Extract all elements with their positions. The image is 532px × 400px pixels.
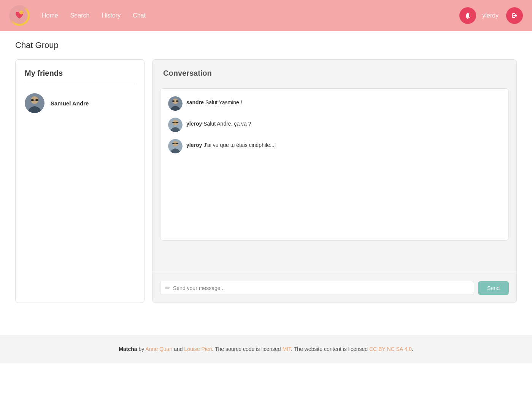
yleroy-avatar-img-1 bbox=[168, 118, 183, 132]
msg-content-3: J'ai vu que tu étais cinéphile...! bbox=[203, 142, 276, 148]
nav-home[interactable]: Home bbox=[42, 12, 58, 19]
msg-avatar-yleroy-2 bbox=[168, 139, 183, 153]
friends-divider bbox=[25, 84, 135, 84]
conv-messages-wrap: sandreSalut Yasmine ! bbox=[152, 84, 516, 270]
msg-sender-3: yleroy bbox=[186, 142, 202, 148]
navbar: Home Search History Chat yleroy bbox=[0, 0, 532, 31]
logout-icon bbox=[511, 12, 518, 19]
period: . bbox=[412, 346, 413, 352]
license-text: . The source code is licensed bbox=[212, 346, 283, 352]
author1-link[interactable]: Anne Quan bbox=[145, 346, 172, 352]
svg-point-1 bbox=[467, 18, 468, 19]
chat-layout: My friends Samuel And bbox=[15, 59, 517, 303]
msg-content-2: Salut Andre, ça va ? bbox=[203, 121, 251, 127]
friends-panel: My friends Samuel And bbox=[15, 59, 145, 303]
conversation-panel: Conversation bbox=[152, 59, 517, 303]
message-row: sandreSalut Yasmine ! bbox=[168, 96, 501, 111]
conv-title: Conversation bbox=[163, 69, 506, 78]
conv-header: Conversation bbox=[152, 60, 516, 84]
svg-point-0 bbox=[19, 11, 23, 14]
svg-rect-14 bbox=[172, 122, 175, 123]
nav-search[interactable]: Search bbox=[70, 12, 90, 19]
msg-avatar-yleroy-1 bbox=[168, 118, 183, 132]
brand-name: Matcha bbox=[119, 346, 137, 352]
msg-sender-1: sandre bbox=[186, 99, 204, 105]
friend-name-samuel: Samuel Andre bbox=[51, 100, 89, 107]
svg-rect-19 bbox=[172, 143, 175, 144]
svg-rect-4 bbox=[31, 99, 34, 101]
nav-links: Home Search History Chat bbox=[42, 12, 459, 19]
nav-chat[interactable]: Chat bbox=[133, 12, 146, 19]
send-button[interactable]: Send bbox=[478, 281, 509, 295]
footer-text: Matcha by Anne Quan and Louise Pieri. Th… bbox=[119, 346, 413, 352]
conv-messages: sandreSalut Yasmine ! bbox=[160, 88, 509, 241]
notification-button[interactable] bbox=[459, 7, 476, 24]
page-content: Chat Group My friends bbox=[0, 31, 532, 312]
content-text: . The website content is licensed bbox=[291, 346, 369, 352]
cc-link[interactable]: CC BY NC SA 4.0 bbox=[369, 346, 412, 352]
message-row: yleroySalut Andre, ça va ? bbox=[168, 118, 501, 132]
msg-text-3: yleroyJ'ai vu que tu étais cinéphile...! bbox=[186, 139, 276, 148]
sandre-avatar-img bbox=[168, 96, 183, 111]
svg-rect-20 bbox=[176, 143, 178, 144]
yleroy-avatar-img-2 bbox=[168, 139, 183, 153]
footer: Matcha by Anne Quan and Louise Pieri. Th… bbox=[0, 335, 532, 363]
message-row: yleroyJ'ai vu que tu étais cinéphile...! bbox=[168, 139, 501, 153]
svg-rect-9 bbox=[172, 100, 175, 102]
friend-avatar-samuel bbox=[25, 93, 44, 113]
nav-right: yleroy bbox=[459, 7, 523, 24]
username-button[interactable]: yleroy bbox=[482, 12, 499, 19]
msg-input-wrap: ✏ bbox=[160, 281, 474, 295]
friends-title: My friends bbox=[25, 69, 135, 78]
nav-history[interactable]: History bbox=[102, 12, 121, 19]
logo-icon bbox=[14, 10, 25, 21]
msg-content-1: Salut Yasmine ! bbox=[205, 99, 242, 105]
mit-link[interactable]: MIT bbox=[282, 346, 291, 352]
svg-rect-15 bbox=[176, 122, 178, 123]
msg-text-1: sandreSalut Yasmine ! bbox=[186, 96, 242, 105]
samuel-avatar-img bbox=[25, 93, 44, 113]
pencil-icon: ✏ bbox=[165, 284, 170, 292]
msg-text-2: yleroySalut Andre, ça va ? bbox=[186, 118, 251, 127]
svg-rect-5 bbox=[35, 99, 38, 101]
logout-button[interactable] bbox=[506, 7, 523, 24]
author2-link[interactable]: Louise Pieri bbox=[184, 346, 212, 352]
msg-avatar-sandre bbox=[168, 96, 183, 111]
friend-item[interactable]: Samuel Andre bbox=[25, 92, 135, 115]
by-text: by bbox=[137, 346, 146, 352]
logo[interactable] bbox=[9, 5, 30, 26]
svg-rect-10 bbox=[176, 100, 178, 102]
and-text: and bbox=[172, 346, 184, 352]
page-title: Chat Group bbox=[15, 40, 517, 50]
conv-input-area: ✏ Send bbox=[152, 273, 516, 303]
msg-sender-2: yleroy bbox=[186, 121, 202, 127]
bell-icon bbox=[464, 12, 472, 19]
message-input[interactable] bbox=[173, 285, 469, 291]
